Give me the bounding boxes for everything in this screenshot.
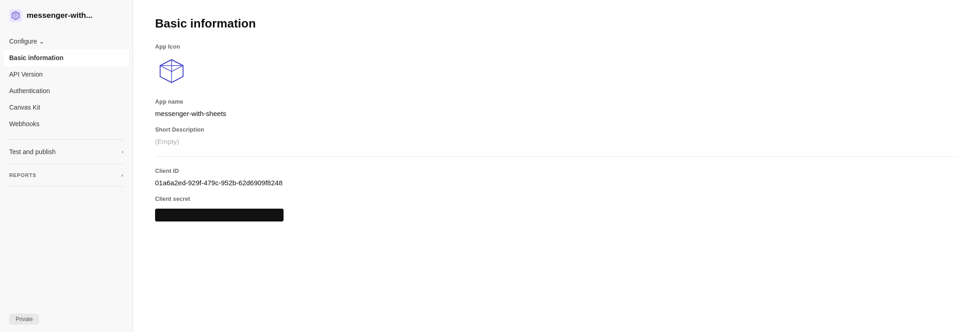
sidebar-item-authentication[interactable]: Authentication [0,83,133,99]
sidebar-header: messenger-with... [0,0,133,29]
app-icon-section: App Icon [155,44,958,88]
reports-chevron-icon: › [121,172,123,178]
sidebar-item-basic-information[interactable]: Basic information [4,50,129,66]
short-description-field-label: Short Description [155,127,958,133]
sidebar-item-api-version[interactable]: API Version [0,66,133,83]
short-description-field: Short Description (Empty) [155,127,958,145]
sidebar-item-label: API Version [9,71,43,78]
sidebar-bottom: Private [0,306,133,332]
sidebar-item-label: Webhooks [9,120,39,127]
chevron-right-icon: › [122,149,123,155]
app-name-label: messenger-with... [27,11,93,20]
sidebar-divider-2 [9,164,123,164]
configure-label: Configure [9,38,37,45]
page-title: Basic information [155,17,958,31]
app-name-field: App name messenger-with-sheets [155,99,958,117]
client-id-label: Client ID [155,168,958,174]
private-badge: Private [9,314,39,325]
reports-section-label[interactable]: REPORTS › [0,168,133,183]
sidebar-divider-1 [9,139,123,140]
reports-label: REPORTS [9,172,36,178]
sidebar: messenger-with... Configure ⌄ Basic info… [0,0,133,332]
app-icon-label: App Icon [155,44,958,50]
client-secret-field: Client secret [155,196,958,221]
section-divider [155,156,958,157]
app-name-field-label: App name [155,99,958,105]
client-id-field: Client ID 01a6a2ed-929f-479c-952b-62d690… [155,168,958,187]
client-secret-label: Client secret [155,196,958,202]
short-description-field-value: (Empty) [155,138,958,145]
configure-menu-item[interactable]: Configure ⌄ [0,33,133,50]
sidebar-item-label: Canvas Kit [9,104,40,111]
client-secret-value [155,209,284,221]
chevron-down-icon: ⌄ [39,38,45,45]
app-logo-icon [9,9,22,22]
app-name-field-value: messenger-with-sheets [155,110,958,117]
sidebar-divider-3 [9,186,123,187]
sidebar-item-label: Basic information [9,54,63,61]
app-cube-icon [158,57,185,85]
main-content: Basic information App Icon App name mess… [133,0,980,332]
sidebar-item-test-publish[interactable]: Test and publish › [0,144,133,160]
sidebar-item-label: Authentication [9,87,50,94]
configure-section: Configure ⌄ Basic information API Versio… [0,29,133,136]
sidebar-item-canvas-kit[interactable]: Canvas Kit [0,99,133,116]
app-icon-box [155,55,188,88]
client-id-value: 01a6a2ed-929f-479c-952b-62d6909f8248 [155,179,958,187]
sidebar-item-webhooks[interactable]: Webhooks [0,116,133,132]
test-publish-label: Test and publish [9,148,56,155]
